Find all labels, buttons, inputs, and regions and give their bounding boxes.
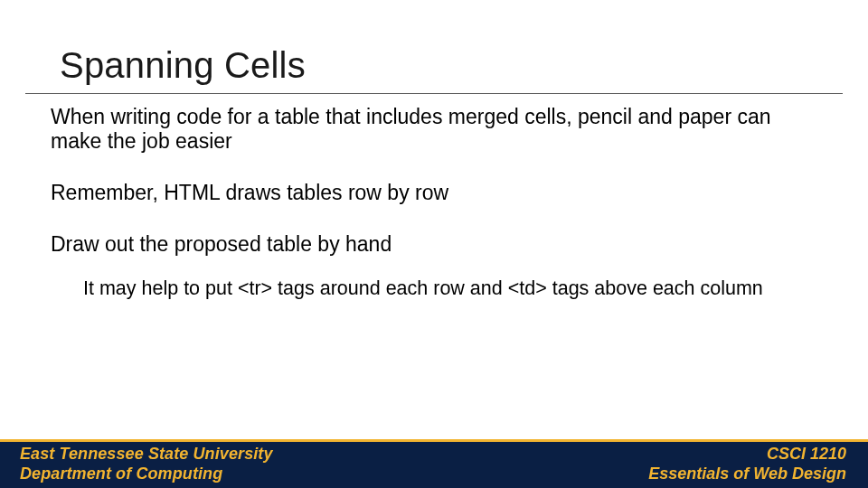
slide: Spanning Cells When writing code for a t… [0,0,868,488]
footer-institution: East Tennessee State University [20,445,273,464]
paragraph-1: When writing code for a table that inclu… [51,105,783,154]
footer-subtitle: Essentials of Web Design [648,465,846,483]
paragraph-3: Draw out the proposed table by hand [51,232,796,257]
footer-right: CSCI 1210 Essentials of Web Design [648,445,846,483]
slide-footer: East Tennessee State University Departme… [0,439,868,488]
footer-left: East Tennessee State University Departme… [20,445,273,483]
slide-content: When writing code for a table that inclu… [51,105,796,300]
slide-title: Spanning Cells [60,45,306,86]
footer-department: Department of Computing [20,465,273,483]
title-underline [25,93,843,94]
footer-course: CSCI 1210 [767,445,846,464]
sub-paragraph: It may help to put <tr> tags around each… [83,277,788,300]
paragraph-2: Remember, HTML draws tables row by row [51,181,796,205]
